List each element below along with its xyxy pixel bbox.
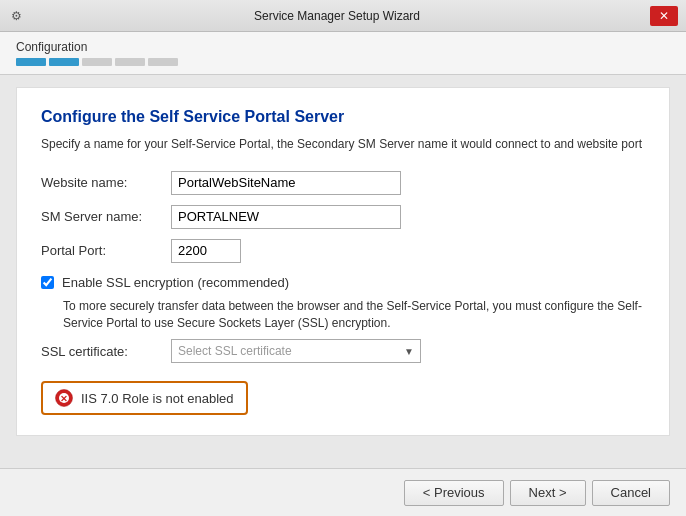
portal-port-label: Portal Port: [41,243,171,258]
progress-bar [16,58,670,66]
ssl-note: To more securely transfer data between t… [63,298,645,332]
progress-label: Configuration [16,40,670,54]
website-name-input[interactable] [171,171,401,195]
ssl-checkbox[interactable] [41,276,54,289]
ssl-cert-placeholder: Select SSL certificate [178,344,292,358]
sm-server-input[interactable] [171,205,401,229]
portal-port-row: Portal Port: [41,239,645,263]
app-icon: ⚙ [8,8,24,24]
cancel-button[interactable]: Cancel [592,480,670,506]
main-panel: Configure the Self Service Portal Server… [16,87,670,436]
ssl-cert-row: SSL certificate: Select SSL certificate … [41,339,645,363]
sm-server-row: SM Server name: [41,205,645,229]
title-bar: ⚙ Service Manager Setup Wizard ✕ [0,0,686,32]
error-icon: ✕ [55,389,73,407]
next-button[interactable]: Next > [510,480,586,506]
progress-step-2 [49,58,79,66]
progress-step-4 [115,58,145,66]
ssl-checkbox-row: Enable SSL encryption (recommended) [41,275,645,290]
chevron-down-icon: ▼ [404,346,414,357]
close-icon: ✕ [659,9,669,23]
description-text: Specify a name for your Self-Service Por… [41,136,645,153]
website-name-label: Website name: [41,175,171,190]
sm-server-label: SM Server name: [41,209,171,224]
progress-step-1 [16,58,46,66]
previous-button[interactable]: < Previous [404,480,504,506]
progress-step-5 [148,58,178,66]
progress-step-3 [82,58,112,66]
warning-box: ✕ IIS 7.0 Role is not enabled [41,381,248,415]
window: ⚙ Service Manager Setup Wizard ✕ Configu… [0,0,686,516]
page-title: Configure the Self Service Portal Server [41,108,645,126]
svg-text:✕: ✕ [60,394,68,404]
ssl-checkbox-label[interactable]: Enable SSL encryption (recommended) [62,275,289,290]
warning-text: IIS 7.0 Role is not enabled [81,391,234,406]
title-bar-text: Service Manager Setup Wizard [24,9,650,23]
portal-port-input[interactable] [171,239,241,263]
footer: < Previous Next > Cancel [0,468,686,516]
close-button[interactable]: ✕ [650,6,678,26]
ssl-cert-label: SSL certificate: [41,344,171,359]
ssl-cert-dropdown[interactable]: Select SSL certificate ▼ [171,339,421,363]
progress-section: Configuration [0,32,686,75]
website-name-row: Website name: [41,171,645,195]
